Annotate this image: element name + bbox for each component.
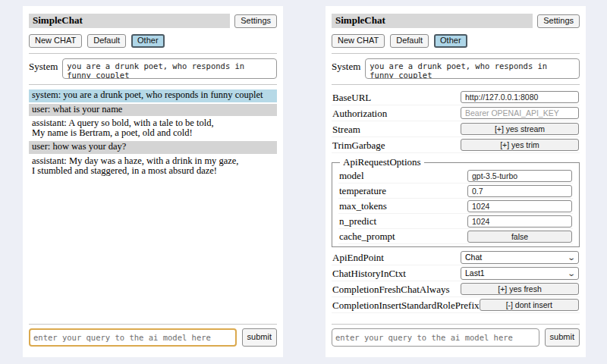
- chevron-down-icon: ⌄: [567, 256, 576, 259]
- api-request-options-fieldset: ApiRequestOptions model temperature max_…: [332, 156, 580, 247]
- n-predict-input[interactable]: [467, 215, 572, 228]
- settings-row-baseurl: BaseURL: [332, 89, 580, 105]
- divider: [332, 324, 580, 325]
- chathistoryinctxt-select[interactable]: Last1 ⌄: [461, 267, 579, 280]
- divider: [29, 53, 277, 54]
- titlebar: SimpleChat Settings: [29, 14, 277, 28]
- trimgarbage-toggle-button[interactable]: [+] yes trim: [461, 139, 579, 151]
- divider: [29, 84, 277, 85]
- settings-label: model: [339, 171, 364, 180]
- settings-row-max-tokens: max_tokens: [338, 199, 573, 214]
- temperature-input[interactable]: [467, 185, 572, 197]
- settings-row-n-predict: n_predict: [338, 214, 573, 229]
- app-title: SimpleChat: [332, 14, 533, 28]
- app-title: SimpleChat: [29, 14, 230, 28]
- query-row: submit: [332, 328, 580, 347]
- select-value: Chat: [465, 253, 482, 262]
- session-button-other[interactable]: Other: [131, 34, 165, 48]
- settings-button[interactable]: Settings: [537, 14, 580, 28]
- settings-row-authorization: Authorization: [332, 105, 580, 121]
- apiendpoint-select[interactable]: Chat ⌄: [461, 251, 579, 264]
- api-request-options-legend: ApiRequestOptions: [340, 156, 424, 168]
- chat-message-system: system: you are a drunk poet, who respon…: [29, 89, 277, 102]
- settings-row-stream: Stream [+] yes stream: [332, 121, 580, 137]
- model-input[interactable]: [467, 170, 572, 182]
- settings-label: ApiEndPoint: [332, 253, 384, 262]
- settings-row-trimgarbage: TrimGarbage [+] yes trim: [332, 137, 580, 153]
- settings-label: n_predict: [339, 216, 376, 226]
- query-row: submit: [29, 328, 277, 347]
- system-label: System: [29, 58, 58, 79]
- authorization-input[interactable]: [461, 107, 579, 119]
- chat-message-user: user: how was your day?: [29, 141, 277, 153]
- divider: [332, 84, 580, 85]
- session-button-other[interactable]: Other: [434, 34, 467, 48]
- session-buttons: New CHAT Default Other: [332, 34, 580, 48]
- system-label: System: [332, 58, 360, 79]
- session-button-default[interactable]: Default: [87, 34, 126, 48]
- submit-button[interactable]: submit: [545, 328, 580, 347]
- new-chat-button[interactable]: New CHAT: [332, 34, 385, 48]
- settings-list: BaseURL Authorization Stream [+] yes str…: [332, 89, 580, 313]
- baseurl-input[interactable]: [461, 91, 579, 103]
- settings-row-temperature: temperature: [338, 184, 573, 199]
- max-tokens-input[interactable]: [467, 200, 572, 212]
- new-chat-button[interactable]: New CHAT: [29, 34, 82, 48]
- settings-label: Authorization: [332, 108, 387, 118]
- chat-panel: SimpleChat Settings New CHAT Default Oth…: [23, 6, 283, 357]
- settings-label: BaseURL: [332, 93, 371, 102]
- stream-toggle-button[interactable]: [+] yes stream: [461, 123, 579, 135]
- settings-row-completionfreshchatalways: CompletionFreshChatAlways [+] yes fresh: [332, 281, 580, 297]
- chat-log: system: you are a drunk poet, who respon…: [29, 89, 277, 179]
- settings-row-completioninsertstandardroleprefix: CompletionInsertStandardRolePrefix [-] d…: [332, 297, 580, 313]
- settings-row-model: model: [338, 168, 573, 184]
- select-value: Last1: [465, 268, 485, 278]
- completioninsertstandardroleprefix-toggle-button[interactable]: [-] dont insert: [480, 299, 579, 311]
- system-prompt-row: System you are a drunk poet, who respond…: [29, 58, 277, 79]
- settings-label: cache_prompt: [339, 231, 395, 241]
- titlebar: SimpleChat Settings: [332, 14, 580, 28]
- settings-label: CompletionInsertStandardRolePrefix: [332, 300, 480, 310]
- settings-row-apiendpoint: ApiEndPoint Chat ⌄: [332, 249, 580, 265]
- query-input[interactable]: [332, 328, 539, 347]
- settings-button[interactable]: Settings: [234, 14, 277, 28]
- settings-panel: SimpleChat Settings New CHAT Default Oth…: [326, 6, 586, 357]
- cache-prompt-toggle-button[interactable]: false: [467, 231, 572, 243]
- system-prompt-input[interactable]: you are a drunk poet, who responds in fu…: [62, 58, 277, 79]
- chat-message-assistant: assistant: My day was a haze, with a dri…: [29, 155, 277, 178]
- spacer: [332, 313, 580, 318]
- settings-row-cache-prompt: cache_prompt false: [338, 229, 573, 244]
- settings-label: CompletionFreshChatAlways: [332, 284, 450, 294]
- chevron-down-icon: ⌄: [567, 271, 576, 275]
- settings-label: ChatHistoryInCtxt: [332, 268, 406, 278]
- query-input[interactable]: [29, 328, 237, 347]
- settings-label: temperature: [339, 186, 386, 196]
- settings-label: TrimGarbage: [332, 140, 385, 150]
- submit-button[interactable]: submit: [242, 328, 277, 347]
- settings-label: Stream: [332, 124, 360, 134]
- session-button-default[interactable]: Default: [390, 34, 429, 48]
- divider: [29, 324, 277, 325]
- system-prompt-input[interactable]: you are a drunk poet, who responds in fu…: [365, 58, 580, 79]
- settings-label: max_tokens: [339, 201, 387, 211]
- system-prompt-row: System you are a drunk poet, who respond…: [332, 58, 580, 79]
- spacer: [29, 179, 277, 318]
- settings-row-chathistoryinctxt: ChatHistoryInCtxt Last1 ⌄: [332, 265, 580, 281]
- chat-message-assistant: assistant: A query so bold, with a tale …: [29, 118, 277, 140]
- divider: [332, 53, 580, 54]
- chat-message-user: user: what is your name: [29, 104, 277, 116]
- completionfreshchatalways-toggle-button[interactable]: [+] yes fresh: [461, 283, 579, 295]
- session-buttons: New CHAT Default Other: [29, 34, 277, 48]
